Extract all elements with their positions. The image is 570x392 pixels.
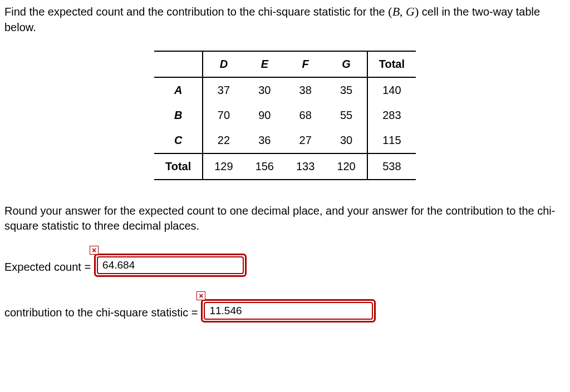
cell: 68 — [285, 103, 326, 128]
col-total: 120 — [326, 153, 367, 180]
col-header-G: G — [326, 51, 367, 77]
rounding-instructions: Round your answer for the expected count… — [4, 204, 566, 234]
col-header-total: Total — [367, 51, 416, 77]
expected-count-row: Expected count = — [4, 254, 566, 277]
row-label-total: Total — [154, 153, 203, 180]
expected-count-input[interactable] — [98, 257, 243, 273]
question-text: Find the expected count and the contribu… — [4, 3, 566, 35]
two-way-table: D E F G Total A 37 30 38 35 140 B 70 90 … — [154, 51, 416, 180]
expected-count-label: Expected count = — [4, 261, 91, 277]
cell-col-var: G — [406, 4, 415, 18]
cell: 38 — [285, 77, 326, 103]
cell: 30 — [326, 128, 367, 153]
table-row: A 37 30 38 35 140 — [154, 77, 416, 103]
cell: 35 — [326, 77, 367, 103]
col-header-E: E — [244, 51, 285, 77]
cell: 70 — [203, 103, 244, 128]
table-row: B 70 90 68 55 283 — [154, 103, 416, 128]
cell: 22 — [203, 128, 244, 153]
incorrect-icon — [90, 246, 99, 255]
incorrect-icon — [196, 291, 205, 300]
cell: 90 — [244, 103, 285, 128]
col-total: 133 — [285, 153, 326, 180]
grand-total: 538 — [367, 153, 416, 180]
paren-open: ( — [388, 4, 392, 18]
contribution-input[interactable] — [205, 303, 372, 319]
col-total: 129 — [203, 153, 244, 180]
question-prefix: Find the expected count and the contribu… — [4, 6, 388, 18]
row-total: 140 — [367, 77, 416, 103]
col-header-D: D — [203, 51, 244, 77]
cell-sep: , — [400, 4, 406, 18]
cell: 30 — [244, 77, 285, 103]
row-total: 115 — [367, 128, 416, 153]
cell-row-var: B — [392, 4, 400, 18]
contribution-row: contribution to the chi-square statistic… — [4, 299, 566, 322]
col-total: 156 — [244, 153, 285, 180]
row-label-A: A — [154, 77, 203, 103]
cell: 55 — [326, 103, 367, 128]
cell: 37 — [203, 77, 244, 103]
row-total: 283 — [367, 103, 416, 128]
table-row: C 22 36 27 30 115 — [154, 128, 416, 153]
col-header-F: F — [285, 51, 326, 77]
row-label-C: C — [154, 128, 203, 153]
contribution-label: contribution to the chi-square statistic… — [4, 306, 198, 322]
row-label-B: B — [154, 103, 203, 128]
table-corner-blank — [154, 51, 203, 77]
cell: 27 — [285, 128, 326, 153]
table-totals-row: Total 129 156 133 120 538 — [154, 153, 416, 180]
cell: 36 — [244, 128, 285, 153]
